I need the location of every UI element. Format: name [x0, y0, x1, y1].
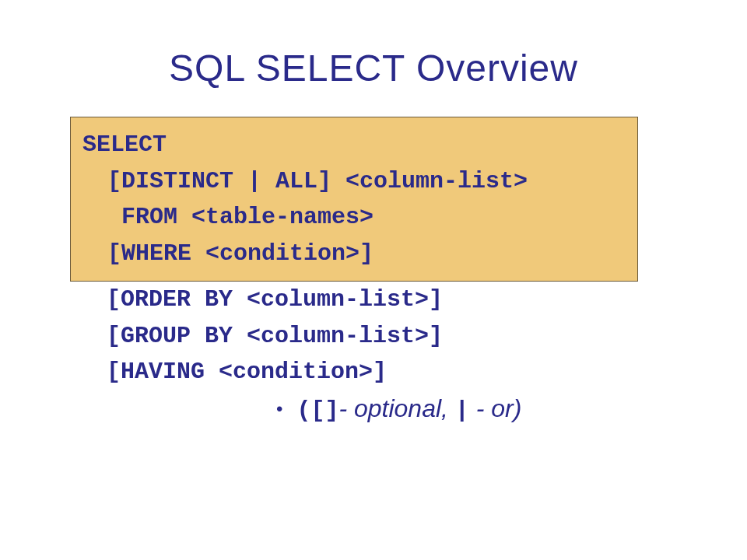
legend-bracket-meaning: - optional,: [338, 394, 454, 422]
syntax-line-groupby: [GROUP BY <column-list>]: [82, 318, 689, 355]
legend-pipe-symbol: |: [455, 397, 469, 424]
legend-row: • ([]- optional, | - or): [276, 394, 689, 424]
syntax-box: SELECT [DISTINCT | ALL] <column-list> FR…: [70, 117, 638, 282]
legend-bracket-symbol: ([]: [296, 397, 338, 424]
syntax-line-having: [HAVING <condition>]: [82, 354, 689, 390]
syntax-line-where: [WHERE <condition>]: [82, 236, 626, 272]
legend-pipe-meaning: - or): [469, 394, 522, 422]
syntax-container: SELECT [DISTINCT | ALL] <column-list> FR…: [70, 117, 689, 390]
syntax-line-select: SELECT: [82, 127, 626, 163]
syntax-outside: [ORDER BY <column-list>] [GROUP BY <colu…: [82, 282, 689, 390]
syntax-line-from: FROM <table-names>: [82, 199, 626, 236]
syntax-line-distinct: [DISTINCT | ALL] <column-list>: [82, 163, 626, 200]
slide-title: SQL SELECT Overview: [58, 47, 689, 89]
bullet-icon: •: [276, 398, 282, 420]
syntax-line-orderby: [ORDER BY <column-list>]: [82, 282, 689, 318]
legend-content: ([]- optional, | - or): [296, 394, 521, 424]
